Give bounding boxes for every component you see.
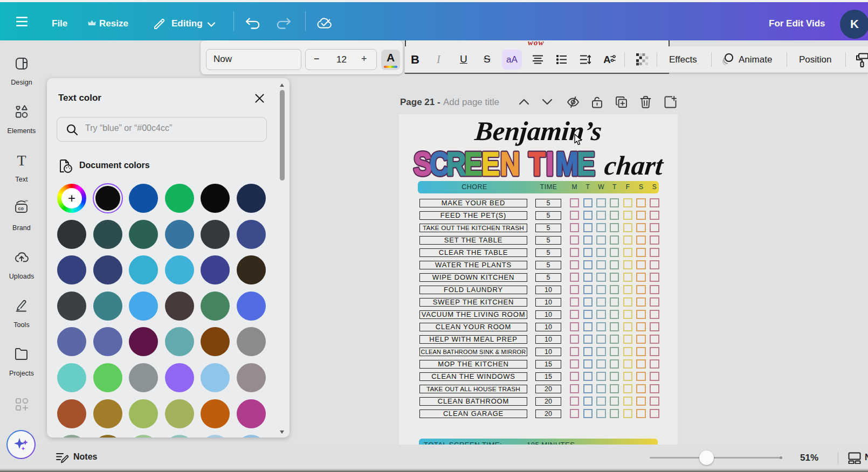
- svg-text:co: co: [18, 206, 24, 211]
- svg-text:R: R: [446, 147, 466, 180]
- svg-text:T: T: [17, 153, 26, 167]
- svg-text:E: E: [481, 147, 499, 180]
- svg-text:A: A: [604, 54, 611, 65]
- svg-text:N: N: [500, 147, 520, 180]
- svg-text:T: T: [529, 147, 546, 180]
- svg-text:S: S: [414, 147, 431, 180]
- svg-text:I: I: [546, 147, 554, 180]
- svg-text:E: E: [464, 147, 482, 180]
